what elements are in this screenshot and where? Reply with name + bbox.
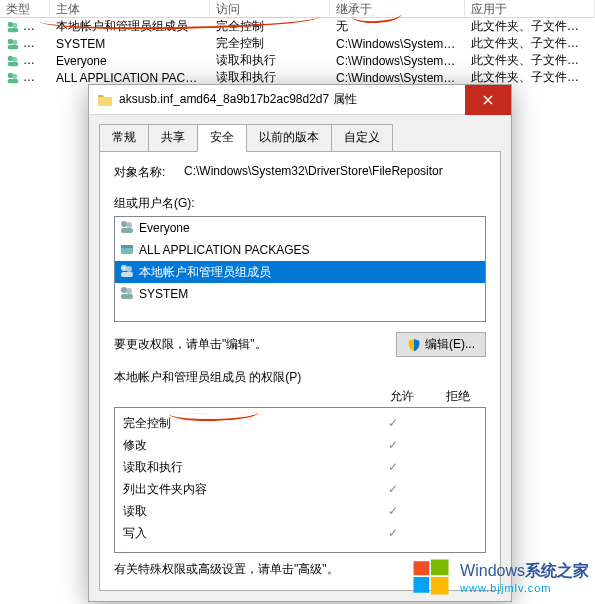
object-name-label: 对象名称: [114, 164, 184, 181]
users-icon [119, 263, 135, 279]
svg-rect-25 [414, 577, 430, 593]
svg-point-10 [12, 73, 17, 78]
principal-name: 本地帐户和管理员组成员 [139, 264, 271, 281]
permission-name: 读取 [123, 503, 365, 520]
properties-dialog: aksusb.inf_amd64_8a9b17b2ac98d2d7 属性 常规 … [88, 84, 512, 602]
col-principal: 主体 [50, 0, 210, 17]
principal-item[interactable]: Everyone [115, 217, 485, 239]
users-icon [119, 285, 135, 301]
principal-name: ALL APPLICATION PACKAGES [139, 243, 310, 257]
svg-rect-26 [431, 577, 449, 595]
permission-row: 读取 ✓ [115, 500, 485, 522]
svg-point-3 [8, 39, 13, 44]
allow-check-icon: ✓ [365, 504, 421, 518]
acl-row[interactable]: 允许 SYSTEM 完全控制 C:\Windows\System32\Dr...… [0, 35, 595, 52]
edit-button[interactable]: 编辑(E)... [396, 332, 486, 357]
svg-rect-2 [8, 28, 19, 32]
tab-sharing[interactable]: 共享 [148, 124, 198, 152]
tab-strip: 常规 共享 安全 以前的版本 自定义 [99, 123, 501, 151]
tab-customize[interactable]: 自定义 [331, 124, 393, 152]
permission-row: 列出文件夹内容 ✓ [115, 478, 485, 500]
user-icon [6, 71, 20, 85]
principal-name: Everyone [139, 221, 190, 235]
security-panel: 对象名称: C:\Windows\System32\DriverStore\Fi… [99, 151, 501, 591]
close-icon [483, 95, 493, 105]
svg-rect-23 [414, 561, 430, 575]
tab-previous[interactable]: 以前的版本 [246, 124, 332, 152]
acl-row[interactable]: 允许 本地帐户和管理员组成员 完全控制 无 此文件夹、子文件夹和文件 [0, 18, 595, 35]
permissions-list[interactable]: 完全控制 ✓ 修改 ✓ 读取和执行 ✓ 列出文件夹内容 ✓ 读取 ✓ 写入 ✓ [114, 407, 486, 553]
principal-name: SYSTEM [139, 287, 188, 301]
allow-check-icon: ✓ [365, 416, 421, 430]
folder-icon [97, 92, 113, 108]
permission-row: 修改 ✓ [115, 434, 485, 456]
deny-header: 拒绝 [430, 388, 486, 405]
permission-row: 读取和执行 ✓ [115, 456, 485, 478]
svg-rect-24 [431, 560, 449, 576]
allow-check-icon: ✓ [365, 482, 421, 496]
watermark: Windows系统之家 www.bjjmlv.com [410, 556, 589, 598]
permission-name: 列出文件夹内容 [123, 481, 365, 498]
svg-rect-14 [121, 228, 133, 233]
allow-check-icon: ✓ [365, 526, 421, 540]
permission-name: 读取和执行 [123, 459, 365, 476]
users-icon [119, 219, 135, 235]
svg-point-0 [8, 22, 13, 27]
svg-point-7 [12, 56, 17, 61]
svg-point-20 [121, 287, 127, 293]
user-icon [6, 37, 20, 51]
svg-point-1 [12, 22, 17, 27]
svg-point-13 [126, 222, 132, 228]
background-acl-table: 类型 主体 访问 继承于 应用于 允许 本地帐户和管理员组成员 完全控制 无 此… [0, 0, 595, 86]
allow-check-icon: ✓ [365, 438, 421, 452]
svg-rect-22 [121, 294, 133, 299]
package-icon [119, 241, 135, 257]
svg-point-6 [8, 56, 13, 61]
watermark-url: www.bjjmlv.com [460, 582, 589, 594]
acl-header-row: 类型 主体 访问 继承于 应用于 [0, 0, 595, 18]
user-icon [6, 20, 20, 34]
svg-rect-5 [8, 45, 19, 49]
allow-check-icon: ✓ [365, 460, 421, 474]
principal-item-selected[interactable]: 本地帐户和管理员组成员 [115, 261, 485, 283]
edit-button-label: 编辑(E)... [425, 336, 475, 353]
watermark-brand: Windows [460, 562, 525, 579]
windows-logo-icon [410, 556, 452, 598]
principals-listbox[interactable]: Everyone ALL APPLICATION PACKAGES 本地帐户和管… [114, 216, 486, 322]
svg-point-21 [126, 288, 132, 294]
svg-rect-16 [121, 245, 133, 248]
col-apply: 应用于 [465, 0, 595, 17]
permission-row: 写入 ✓ [115, 522, 485, 544]
principal-item[interactable]: SYSTEM [115, 283, 485, 305]
col-access: 访问 [210, 0, 330, 17]
group-users-label: 组或用户名(G): [114, 195, 486, 212]
allow-header: 允许 [374, 388, 430, 405]
acl-row[interactable]: 允许 Everyone 读取和执行 C:\Windows\System32\Dr… [0, 52, 595, 69]
permission-row: 完全控制 ✓ [115, 412, 485, 434]
watermark-suffix: 系统之家 [525, 562, 589, 579]
svg-point-18 [126, 266, 132, 272]
permissions-for-label: 本地帐户和管理员组成员 的权限(P) [114, 369, 486, 386]
annotation-underline [169, 412, 259, 422]
permission-name: 完全控制 [123, 416, 171, 430]
shield-icon [407, 338, 421, 352]
edit-hint: 要更改权限，请单击"编辑"。 [114, 336, 396, 353]
svg-rect-19 [121, 272, 133, 277]
svg-point-17 [121, 265, 127, 271]
svg-rect-11 [8, 79, 19, 83]
tab-security[interactable]: 安全 [197, 124, 247, 152]
svg-rect-8 [8, 62, 19, 66]
permission-name: 修改 [123, 437, 365, 454]
dialog-title: aksusb.inf_amd64_8a9b17b2ac98d2d7 属性 [119, 91, 465, 108]
svg-point-4 [12, 39, 17, 44]
user-icon [6, 54, 20, 68]
close-button[interactable] [465, 85, 511, 115]
permission-name: 写入 [123, 525, 365, 542]
titlebar[interactable]: aksusb.inf_amd64_8a9b17b2ac98d2d7 属性 [89, 85, 511, 115]
principal-item[interactable]: ALL APPLICATION PACKAGES [115, 239, 485, 261]
svg-point-12 [121, 221, 127, 227]
col-inherit: 继承于 [330, 0, 465, 17]
object-name-value: C:\Windows\System32\DriverStore\FileRepo… [184, 164, 486, 181]
tab-general[interactable]: 常规 [99, 124, 149, 152]
svg-point-9 [8, 73, 13, 78]
